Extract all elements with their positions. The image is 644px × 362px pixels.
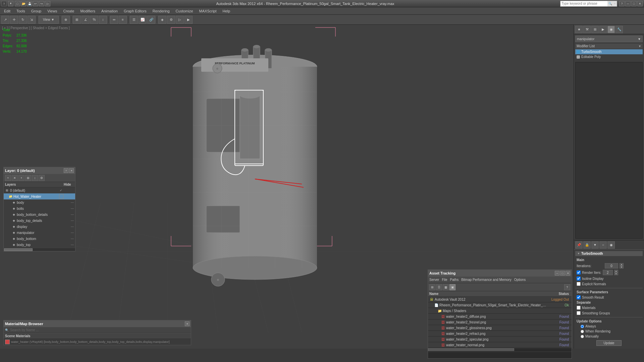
render-iters-input[interactable] bbox=[603, 270, 613, 275]
rp-show-result-btn[interactable]: ▼ bbox=[591, 241, 599, 249]
asset-row-specular[interactable]: 🖼 water_heater2_specular.png Found bbox=[428, 337, 572, 342]
menu-tools[interactable]: Tools bbox=[14, 8, 28, 14]
at-close-btn[interactable]: ✕ bbox=[566, 271, 570, 276]
at-menu-bitmap[interactable]: Bitmap Performance and Memory bbox=[461, 278, 512, 282]
at-restore-btn[interactable]: □ bbox=[560, 271, 565, 276]
asset-tracking-titlebar[interactable]: Asset Tracking ─ □ ✕ bbox=[428, 270, 572, 277]
layers-titlebar[interactable]: Layer: 0 (default) ? ✕ bbox=[4, 167, 75, 174]
reference-coord-btn[interactable]: View ▼ bbox=[39, 16, 59, 24]
layer-item-body[interactable]: ◈ body — bbox=[4, 199, 75, 205]
scale-btn[interactable]: ⇲ bbox=[28, 16, 36, 24]
modifier-list-dropdown-arrow[interactable]: ▼ bbox=[638, 45, 641, 48]
menu-group[interactable]: Group bbox=[29, 8, 44, 14]
rp-modify-btn[interactable]: ⚒ bbox=[583, 26, 591, 33]
move-btn[interactable]: ✛ bbox=[10, 16, 18, 24]
iterations-input[interactable] bbox=[605, 263, 618, 268]
rp-lock-btn[interactable]: 🔒 bbox=[583, 241, 591, 249]
snap-toggle-btn[interactable]: ⊞ bbox=[73, 16, 81, 24]
layers-move-btn[interactable]: ↕ bbox=[32, 175, 38, 181]
layers-select-btn[interactable]: ⊞ bbox=[25, 175, 31, 181]
angle-snap-btn[interactable]: ∠ bbox=[82, 16, 90, 24]
render-iters-down-btn[interactable]: ▼ bbox=[614, 273, 618, 275]
menu-rendering[interactable]: Rendering bbox=[150, 8, 172, 14]
material-entry[interactable]: water_heater (VRayMtl) [body,body_bottom… bbox=[4, 339, 191, 345]
percent-snap-btn[interactable]: % bbox=[90, 16, 98, 24]
render-btn[interactable]: ▷ bbox=[45, 1, 50, 6]
layers-close-btn[interactable]: ✕ bbox=[69, 168, 74, 173]
menu-views[interactable]: Views bbox=[45, 8, 60, 14]
asset-row-fresnel[interactable]: 🖼 water_heater2_fresnel.png Found bbox=[428, 319, 572, 325]
close-btn[interactable]: ✕ bbox=[637, 1, 643, 6]
render-btn[interactable]: ▷ bbox=[176, 16, 184, 24]
smoothing-groups-checkbox[interactable] bbox=[577, 311, 581, 315]
search-box[interactable]: 🔍 ▼ bbox=[560, 1, 617, 7]
at-tb-btn-1[interactable]: ⊞ bbox=[429, 284, 435, 290]
open-btn[interactable]: 📂 bbox=[21, 1, 26, 6]
update-btn[interactable]: Update bbox=[596, 340, 621, 346]
menu-maxscript[interactable]: MAXScript bbox=[197, 8, 219, 14]
menu-customize[interactable]: Customize bbox=[173, 8, 196, 14]
rp-pin-btn[interactable]: 📌 bbox=[575, 241, 583, 249]
rp-display-btn[interactable]: ◉ bbox=[607, 26, 615, 33]
rp-create-btn[interactable]: ★ bbox=[575, 26, 583, 33]
layers-new-btn[interactable]: + bbox=[5, 175, 11, 181]
menu-help[interactable]: Help bbox=[220, 8, 233, 14]
help-btn[interactable]: ? bbox=[619, 1, 625, 6]
material-editor-btn[interactable]: ◈ bbox=[158, 16, 166, 24]
menu-edit[interactable]: Edit bbox=[1, 8, 13, 14]
layer-item-body-bottom[interactable]: ◈ body_bottom — bbox=[4, 236, 75, 242]
minimize-btn[interactable]: ─ bbox=[625, 1, 631, 6]
select-btn[interactable]: ↗ bbox=[1, 16, 9, 24]
layers-scrollbar[interactable] bbox=[4, 248, 75, 251]
explicit-normals-checkbox[interactable] bbox=[577, 282, 581, 286]
system-menu-btn[interactable]: ▼ bbox=[8, 1, 13, 6]
iterations-down-btn[interactable]: ▼ bbox=[620, 266, 624, 268]
redo-btn[interactable]: ↪ bbox=[39, 1, 44, 6]
save-btn[interactable]: 💾 bbox=[27, 1, 32, 6]
menu-modifiers[interactable]: Modifiers bbox=[77, 8, 98, 14]
menu-create[interactable]: Create bbox=[60, 8, 77, 14]
at-minimize-btn[interactable]: ─ bbox=[555, 271, 559, 276]
layer-item-hot-water-heater[interactable]: 📁 Hot_Water_Heater bbox=[4, 193, 75, 199]
layer-item-body-top[interactable]: ◈ body_top — bbox=[4, 242, 75, 248]
undo-btn[interactable]: ↩ bbox=[33, 1, 38, 6]
curve-editor-btn[interactable]: 📈 bbox=[139, 16, 147, 24]
at-tb-btn-4[interactable]: ▣ bbox=[449, 284, 455, 290]
asset-row-normal[interactable]: 🖼 water_heater_normal.png Found bbox=[428, 342, 572, 348]
asset-row-diffuse[interactable]: 🖼 water_heater2_diffuse.png Found bbox=[428, 314, 572, 319]
pivot-btn[interactable]: ⊕ bbox=[62, 16, 70, 24]
at-tb-btn-3[interactable]: ▦ bbox=[443, 284, 449, 290]
asset-tracking-scrollbar[interactable] bbox=[428, 348, 572, 352]
asset-row-vault[interactable]: 🏛 Autodesk Vault 2012 Logged Out bbox=[428, 297, 572, 302]
isoline-checkbox[interactable] bbox=[577, 277, 581, 281]
render-last-btn[interactable]: ▶ bbox=[184, 16, 193, 24]
smooth-result-checkbox[interactable] bbox=[577, 295, 581, 299]
layers-list[interactable]: ⊞ 0 (default) ✓ 📁 Hot_Water_Heater ◈ bod… bbox=[4, 187, 75, 248]
layers-add-btn[interactable]: + bbox=[18, 175, 24, 181]
asset-tracking-scrollthumb[interactable] bbox=[428, 348, 514, 351]
search-options-btn[interactable]: ▼ bbox=[613, 1, 617, 6]
at-menu-options[interactable]: Options bbox=[514, 278, 526, 282]
layers-delete-btn[interactable]: ✕ bbox=[12, 175, 18, 181]
asset-row-maps-folder[interactable]: 📁 Maps / Shaders bbox=[428, 308, 572, 314]
layer-mgr-btn[interactable]: ☰ bbox=[130, 16, 138, 24]
rotate-btn[interactable]: ↻ bbox=[19, 16, 27, 24]
matbrowser-close-btn[interactable]: ✕ bbox=[185, 321, 190, 326]
rp-show-in-viewport-btn[interactable]: ◉ bbox=[607, 241, 615, 249]
rp-motion-btn[interactable]: ▶ bbox=[599, 26, 607, 33]
render-setup-btn[interactable]: ⚙ bbox=[167, 16, 175, 24]
at-menu-paths[interactable]: Paths bbox=[450, 278, 459, 282]
layers-options-btn[interactable]: ⚙ bbox=[39, 175, 45, 181]
layer-item-0-default[interactable]: ⊞ 0 (default) ✓ bbox=[4, 187, 75, 193]
render-iters-up-btn[interactable]: ▲ bbox=[614, 270, 618, 273]
search-submit-btn[interactable]: 🔍 bbox=[607, 1, 613, 6]
asset-row-glossiness[interactable]: 🖼 water_heater2_glossiness.png Found bbox=[428, 325, 572, 331]
modifier-editable-poly[interactable]: Editable Poly bbox=[575, 54, 643, 59]
rp-utilities-btn[interactable]: 🔧 bbox=[615, 26, 623, 33]
materials-checkbox[interactable] bbox=[577, 306, 581, 310]
mirror-btn[interactable]: ⇔ bbox=[110, 16, 118, 24]
at-menu-server[interactable]: Server bbox=[429, 278, 439, 282]
layer-item-body-bottom-details[interactable]: ◈ body_bottom_details — bbox=[4, 212, 75, 218]
rp-show-on-off-btn[interactable]: ○ bbox=[599, 241, 607, 249]
when-rendering-radio[interactable] bbox=[581, 330, 584, 333]
